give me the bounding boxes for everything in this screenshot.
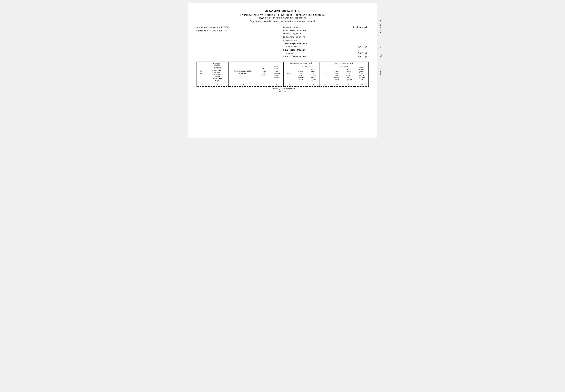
info-right-line6: 1.Расчетную единицу – bbox=[282, 42, 369, 45]
info-right-line4: Показатели по смете bbox=[282, 36, 369, 39]
info-right-line1: Сметная стоимость bbox=[282, 26, 303, 29]
info-right-line1val: 0,10 тыс.руб. bbox=[353, 26, 369, 29]
info-right-line5: Стоимость на: bbox=[282, 39, 369, 42]
section-title-cell: I. Санитарно-техническиеработы bbox=[196, 86, 369, 93]
th-norma: норма-тивнойуслов-но–чистойпродук-ции bbox=[355, 65, 369, 83]
col-num-9: 9 bbox=[319, 83, 331, 86]
col-num-7: 7 bbox=[295, 83, 307, 86]
col-num-2: 2 bbox=[206, 83, 229, 86]
info-right-line7val: 0,07 руб. bbox=[358, 52, 369, 55]
info-right-line2: Нормативная условно- bbox=[282, 29, 369, 32]
info-right-line7b: здания bbox=[286, 52, 293, 55]
th-total-ekspl: эксп.машин—в т.ч.зара-ботнаяплата bbox=[343, 68, 355, 83]
col-num-12: 12 bbox=[355, 83, 369, 86]
info-right-line6val: 0,52 руб. bbox=[358, 45, 369, 49]
info-right: Сметная стоимость 0,10 тыс.руб. Норматив… bbox=[282, 26, 369, 58]
side-label-top: 801-2-55.85 bbox=[380, 20, 382, 33]
th-qty: Коли-чест-воединицизме-рения bbox=[270, 62, 283, 83]
th-total-vt: в том числе bbox=[331, 65, 355, 68]
col-num-5: 5 bbox=[270, 83, 283, 86]
info-left-line2: Составлена в ценах 1984 г. bbox=[196, 29, 230, 33]
table-section: №№пп № укруп-ненныхсметныхнорм, еди-ничн… bbox=[196, 62, 369, 93]
th-unit-ekspl: эксп.машин—в т.ч.зара-ботнаяплата bbox=[307, 68, 319, 83]
side-label-bottom: 20789-07 bbox=[380, 67, 382, 77]
section-title-row: I. Санитарно-техническиеработы bbox=[196, 86, 369, 93]
side-label-middle: (Д) – 127 – bbox=[380, 43, 382, 57]
info-right-line6b: I скотоместо bbox=[286, 45, 300, 49]
th-num: №№пп bbox=[196, 62, 206, 83]
th-norms: № укруп-ненныхсметныхнорм, еди-ничныхрас… bbox=[206, 62, 229, 83]
col-num-1: 1 bbox=[196, 83, 206, 86]
th-unit-osnov: основ-наязара-ботнаяплата bbox=[295, 68, 307, 83]
main-table: №№пп № укруп-ненныхсметныхнорм, еди-ничн… bbox=[196, 62, 369, 93]
info-right-line7: 2.Iм2 общей площади bbox=[282, 49, 369, 52]
th-unit: Еди-ницаизме-рения bbox=[258, 62, 270, 83]
info-left-line1: Основание: чертежи № ВКI+ВКЗ bbox=[196, 26, 230, 29]
col-num-4: 4 bbox=[258, 83, 270, 86]
info-left: Основание: чертежи № ВКI+ВКЗ Составлена … bbox=[196, 26, 230, 58]
col-num-10: 10 bbox=[331, 83, 343, 86]
col-num-8: 8 bbox=[307, 83, 319, 86]
col-num-11: 11 bbox=[343, 83, 355, 86]
th-total-vsego: Всего bbox=[319, 65, 331, 83]
info-section: Основание: чертежи № ВКI+ВКЗ Составлена … bbox=[196, 26, 369, 58]
page-subtitle1: к типовому проекту коровника на 200 коро… bbox=[196, 14, 369, 19]
info-right-line3: чистая продукция bbox=[282, 32, 369, 36]
page-container: ЛОКАЛЬНАЯ СМЕТА № I-4 к типовому проекту… bbox=[188, 3, 377, 138]
col-num-6: 6 bbox=[283, 83, 295, 86]
right-side-bar: 801-2-55.85 (Д) – 127 – 20789-07 bbox=[380, 20, 382, 77]
th-name: Наименование работи затрат bbox=[229, 62, 258, 83]
th-unit-vsego: Всего bbox=[283, 65, 295, 83]
info-right-line8: 3.I м3 объема здания bbox=[282, 55, 306, 58]
page-subtitle2: Водопровод хозяйственно-питьевой и произ… bbox=[196, 20, 369, 23]
info-right-line8val: 0,01 руб. bbox=[358, 55, 369, 58]
th-total-osnov: основ-наязара-ботнаяплата bbox=[331, 68, 343, 83]
col-num-3: 3 bbox=[229, 83, 258, 86]
th-unit-cost: Стоимость единицы, руб. bbox=[283, 62, 319, 65]
th-unit-vt: в том числе bbox=[295, 65, 319, 68]
page-title: ЛОКАЛЬНАЯ СМЕТА № I-4 bbox=[196, 10, 369, 13]
column-numbers-row: 1 2 3 4 5 6 7 8 9 10 11 12 bbox=[196, 83, 369, 86]
table-header-row1: №№пп № укруп-ненныхсметныхнорм, еди-ничн… bbox=[196, 62, 369, 65]
th-total-cost: Общая стоимость, руб. bbox=[319, 62, 369, 65]
